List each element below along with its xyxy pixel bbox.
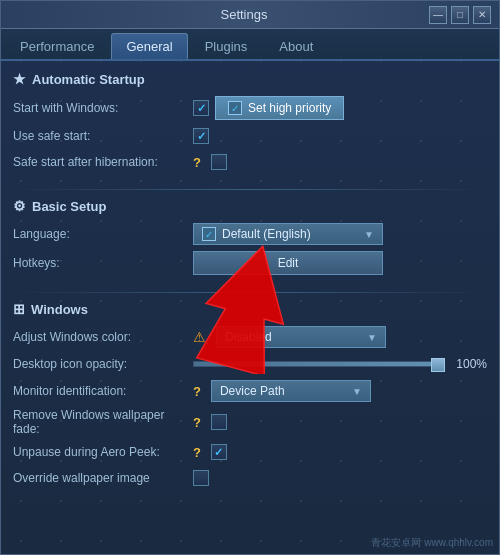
language-checkbox-icon: ✓ [202,227,216,241]
divider-1 [13,189,487,190]
language-label: Language: [13,227,193,241]
hotkeys-row: Hotkeys: Edit [13,248,487,278]
windows-color-value: Disabled [225,330,272,344]
content-area: ★ Automatic Startup Start with Windows: … [1,61,499,554]
safe-start-hibernation-label: Safe start after hibernation: [13,155,193,169]
windows-color-arrow: ▼ [367,332,377,343]
desktop-icon-opacity-label: Desktop icon opacity: [13,357,193,371]
tab-performance[interactable]: Performance [5,33,109,59]
tab-plugins[interactable]: Plugins [190,33,263,59]
minimize-button[interactable]: — [429,6,447,24]
desktop-icon-opacity-row: Desktop icon opacity: 100% [13,351,487,377]
language-dropdown-arrow: ▼ [364,229,374,240]
language-row: Language: ✓ Default (English) ▼ [13,220,487,248]
safe-start-hibernation-checkbox[interactable] [211,154,227,170]
tab-bar: Performance General Plugins About [1,29,499,61]
opacity-slider-track[interactable] [193,361,444,367]
windows-color-dropdown[interactable]: Disabled ▼ [216,326,386,348]
close-button[interactable]: ✕ [473,6,491,24]
automatic-startup-title: Automatic Startup [32,72,145,87]
unpause-aero-peek-row: Unpause during Aero Peek: ? [13,439,487,465]
start-with-windows-label: Start with Windows: [13,101,193,115]
wallpaper-fade-question-icon: ? [193,415,201,430]
hotkeys-control: Edit [193,251,487,275]
adjust-windows-color-row: Adjust Windows color: ⚠ Disabled ▼ [13,323,487,351]
hotkeys-label: Hotkeys: [13,256,193,270]
override-wallpaper-row: Override wallpaper image [13,465,487,491]
basic-setup-header: ⚙ Basic Setup [13,198,487,214]
maximize-button[interactable]: □ [451,6,469,24]
question-icon: ? [193,155,201,170]
windows-section: ⊞ Windows Adjust Windows color: ⚠ Disabl… [13,301,487,491]
automatic-startup-header: ★ Automatic Startup [13,71,487,87]
windows-section-title: Windows [31,302,88,317]
automatic-startup-section: ★ Automatic Startup Start with Windows: … [13,71,487,175]
opacity-slider-container: 100% [193,357,487,371]
unpause-aero-peek-control: ? [193,444,487,460]
tab-about[interactable]: About [264,33,328,59]
use-safe-start-label: Use safe start: [13,129,193,143]
divider-2 [13,292,487,293]
basic-setup-section: ⚙ Basic Setup Language: ✓ Default (Engli… [13,198,487,278]
watermark: 青花安卓网 www.qhhlv.com [371,536,493,550]
tab-general[interactable]: General [111,33,187,59]
start-with-windows-control: Set high priority [193,96,487,120]
safe-start-hibernation-row: Safe start after hibernation: ? [13,149,487,175]
unpause-aero-peek-checkbox[interactable] [211,444,227,460]
title-bar: Settings — □ ✕ [1,1,499,29]
use-safe-start-checkbox[interactable] [193,128,209,144]
set-high-priority-label: Set high priority [248,101,331,115]
basic-setup-title: Basic Setup [32,199,106,214]
high-priority-checkbox-icon [228,101,242,115]
aero-peek-question-icon: ? [193,445,201,460]
start-with-windows-checkbox[interactable] [193,100,209,116]
adjust-windows-color-label: Adjust Windows color: [13,330,193,344]
override-wallpaper-checkbox[interactable] [193,470,209,486]
safe-start-hibernation-control: ? [193,154,487,170]
opacity-slider-thumb[interactable] [431,358,445,372]
opacity-slider-fill [194,362,436,366]
adjust-windows-color-control: ⚠ Disabled ▼ [193,326,487,348]
start-with-windows-row: Start with Windows: Set high priority [13,93,487,123]
override-wallpaper-control [193,470,487,486]
remove-wallpaper-fade-checkbox[interactable] [211,414,227,430]
monitor-question-icon: ? [193,384,201,399]
gear-icon: ⚙ [13,198,26,214]
use-safe-start-row: Use safe start: [13,123,487,149]
monitor-identification-label: Monitor identification: [13,384,193,398]
opacity-value: 100% [452,357,487,371]
unpause-aero-peek-label: Unpause during Aero Peek: [13,445,193,459]
override-wallpaper-label: Override wallpaper image [13,471,193,485]
monitor-identification-value: Device Path [220,384,285,398]
remove-wallpaper-fade-row: Remove Windows wallpaper fade: ? [13,405,487,439]
use-safe-start-control [193,128,487,144]
window-controls: — □ ✕ [429,6,491,24]
star-icon: ★ [13,71,26,87]
monitor-identification-control: ? Device Path ▼ [193,380,487,402]
language-value: Default (English) [222,227,311,241]
monitor-identification-row: Monitor identification: ? Device Path ▼ [13,377,487,405]
desktop-icon-opacity-control: 100% [193,357,487,371]
language-dropdown[interactable]: ✓ Default (English) ▼ [193,223,383,245]
monitor-identification-dropdown[interactable]: Device Path ▼ [211,380,371,402]
remove-wallpaper-fade-label: Remove Windows wallpaper fade: [13,408,193,436]
windows-section-header: ⊞ Windows [13,301,487,317]
remove-wallpaper-fade-control: ? [193,414,487,430]
windows-icon: ⊞ [13,301,25,317]
set-high-priority-button[interactable]: Set high priority [215,96,344,120]
window-title: Settings [59,7,429,22]
warning-icon: ⚠ [193,329,206,345]
language-control: ✓ Default (English) ▼ [193,223,487,245]
edit-hotkeys-button[interactable]: Edit [193,251,383,275]
monitor-identification-arrow: ▼ [352,386,362,397]
settings-window: Settings — □ ✕ Performance General Plugi… [0,0,500,555]
